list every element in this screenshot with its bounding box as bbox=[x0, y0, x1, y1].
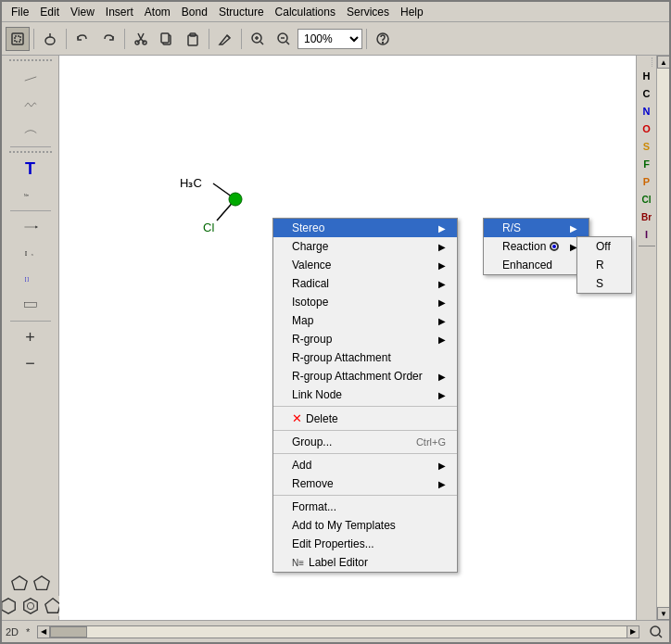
toolbar: 100% 50% 75% 150% 200% bbox=[2, 22, 669, 56]
ctx-sep-4 bbox=[273, 495, 457, 496]
ctx-map[interactable]: Map ▶ bbox=[273, 311, 457, 330]
svg-rect-19 bbox=[24, 303, 36, 308]
formula-tool-button[interactable]: N≡ bbox=[7, 183, 54, 207]
ctx-map-arrow: ▶ bbox=[438, 316, 446, 326]
element-S[interactable]: S bbox=[639, 138, 655, 155]
zoom-in-button[interactable] bbox=[246, 27, 270, 51]
sidebar-divider bbox=[639, 246, 655, 246]
ctx-remove[interactable]: Remove ▶ bbox=[273, 474, 457, 493]
submenu-s-item[interactable]: S bbox=[577, 274, 631, 293]
menu-structure[interactable]: Structure bbox=[213, 4, 270, 20]
element-H[interactable]: H bbox=[639, 68, 655, 84]
menu-calculations[interactable]: Calculations bbox=[270, 4, 341, 20]
element-Br[interactable]: Br bbox=[639, 208, 655, 225]
rect-tool-button[interactable] bbox=[7, 293, 54, 317]
canvas-area[interactable]: H₃C Cl Stereo ▶ Charge ▶ bbox=[59, 56, 636, 620]
ctx-radical[interactable]: Radical ▶ bbox=[273, 274, 457, 293]
zoom-out-button[interactable] bbox=[272, 27, 296, 51]
ctx-add-templates[interactable]: Add to My Templates bbox=[273, 516, 457, 535]
square-bracket-button[interactable]: [ ] bbox=[7, 267, 54, 291]
cut-button[interactable] bbox=[129, 27, 153, 51]
element-O[interactable]: O bbox=[639, 120, 655, 137]
menu-bond[interactable]: Bond bbox=[176, 4, 213, 20]
ctx-rgroup[interactable]: R-group ▶ bbox=[273, 330, 457, 348]
menu-services[interactable]: Services bbox=[341, 4, 395, 20]
ctx-edit-properties[interactable]: Edit Properties... bbox=[273, 535, 457, 553]
svg-marker-26 bbox=[44, 599, 59, 612]
ctx-link-node[interactable]: Link Node ▶ bbox=[273, 385, 457, 404]
redo-button[interactable] bbox=[96, 27, 120, 51]
pentagon-tool-button[interactable] bbox=[9, 574, 30, 594]
ctx-stereo[interactable]: Stereo ▶ bbox=[273, 219, 457, 237]
benzene-tool-button[interactable] bbox=[20, 596, 41, 616]
element-N[interactable]: N bbox=[639, 103, 655, 120]
h-scroll-track[interactable] bbox=[50, 625, 627, 638]
scroll-track[interactable] bbox=[657, 69, 669, 607]
menu-bar: File Edit View Insert Atom Bond Structur… bbox=[2, 2, 669, 22]
bracket-tool-button[interactable]: [] n bbox=[7, 241, 54, 265]
ctx-rgroup-attachment[interactable]: R-group Attachment bbox=[273, 348, 457, 367]
ctx-add[interactable]: Add ▶ bbox=[273, 456, 457, 474]
submenu-off-item[interactable]: Off bbox=[577, 237, 631, 256]
element-I[interactable]: I bbox=[639, 226, 655, 243]
lasso-tool-button[interactable] bbox=[38, 27, 62, 51]
ctx-format[interactable]: Format... bbox=[273, 498, 457, 516]
element-Cl[interactable]: Cl bbox=[639, 191, 655, 208]
pentagon-filled-button[interactable] bbox=[32, 574, 52, 594]
svg-rect-0 bbox=[12, 33, 23, 44]
element-C[interactable]: C bbox=[639, 85, 655, 102]
minus-button[interactable]: − bbox=[7, 351, 54, 375]
ctx-valence[interactable]: Valence ▶ bbox=[273, 256, 457, 274]
menu-insert[interactable]: Insert bbox=[100, 4, 139, 20]
menu-atom[interactable]: Atom bbox=[139, 4, 176, 20]
copy-button[interactable] bbox=[155, 27, 179, 51]
zoom-fit-button[interactable] bbox=[647, 623, 665, 641]
submenu-reaction-item[interactable]: Reaction ▶ bbox=[484, 237, 589, 256]
left-sep-3 bbox=[10, 321, 51, 322]
select-tool-button[interactable] bbox=[6, 27, 30, 51]
arrow-tool-button[interactable] bbox=[7, 215, 54, 239]
plus-button[interactable]: + bbox=[7, 325, 54, 349]
ctx-sep-2 bbox=[273, 430, 457, 431]
submenu-r-item[interactable]: R bbox=[577, 256, 631, 274]
left-toolbar: T N≡ [] n bbox=[2, 56, 59, 620]
draw-zigzag-button[interactable] bbox=[7, 93, 54, 117]
h-scroll-thumb[interactable] bbox=[50, 626, 87, 638]
menu-help[interactable]: Help bbox=[395, 4, 429, 20]
label-editor-icon: N≡ bbox=[292, 556, 305, 569]
svg-point-34 bbox=[651, 626, 660, 636]
ctx-group[interactable]: Group... Ctrl+G bbox=[273, 433, 457, 451]
ctx-label-editor[interactable]: N≡ Label Editor bbox=[273, 553, 457, 572]
menu-edit[interactable]: Edit bbox=[34, 4, 65, 20]
submenu-enhanced-item[interactable]: Enhanced bbox=[484, 256, 589, 274]
draw-arc-button[interactable] bbox=[7, 119, 54, 143]
scroll-right-button[interactable]: ▶ bbox=[627, 625, 639, 638]
zoom-select[interactable]: 100% 50% 75% 150% 200% bbox=[298, 29, 362, 49]
ctx-charge-arrow: ▶ bbox=[438, 242, 446, 252]
ctx-group-shortcut: Ctrl+G bbox=[416, 436, 446, 448]
ctx-charge[interactable]: Charge ▶ bbox=[273, 237, 457, 256]
ctx-rgroup-order[interactable]: R-group Attachment Order ▶ bbox=[273, 367, 457, 385]
sidebar-top-dots bbox=[652, 57, 652, 67]
element-F[interactable]: F bbox=[639, 156, 655, 172]
hexagon-tool-button[interactable] bbox=[2, 596, 19, 616]
ctx-add-arrow: ▶ bbox=[438, 461, 446, 471]
ctx-isotope[interactable]: Isotope ▶ bbox=[273, 293, 457, 311]
svg-point-31 bbox=[229, 193, 242, 206]
undo-button[interactable] bbox=[70, 27, 95, 51]
vertical-scrollbar[interactable]: ▲ ▼ bbox=[656, 56, 669, 620]
submenu-rs-item[interactable]: R/S ▶ bbox=[484, 219, 589, 237]
paste-button[interactable] bbox=[181, 27, 205, 51]
bottom-bar: 2D * ◀ ▶ bbox=[2, 620, 669, 642]
text-tool-button[interactable]: T bbox=[7, 157, 54, 181]
help-button[interactable] bbox=[371, 27, 395, 51]
scroll-down-button[interactable]: ▼ bbox=[657, 607, 669, 620]
ctx-delete[interactable]: ✕ Delete bbox=[273, 409, 457, 428]
draw-line-button[interactable] bbox=[7, 67, 54, 91]
menu-file[interactable]: File bbox=[6, 4, 34, 20]
scroll-up-button[interactable]: ▲ bbox=[657, 56, 669, 69]
menu-view[interactable]: View bbox=[65, 4, 100, 20]
scroll-left-button[interactable]: ◀ bbox=[37, 625, 50, 638]
element-P[interactable]: P bbox=[639, 173, 655, 190]
clean-button[interactable] bbox=[213, 27, 237, 51]
